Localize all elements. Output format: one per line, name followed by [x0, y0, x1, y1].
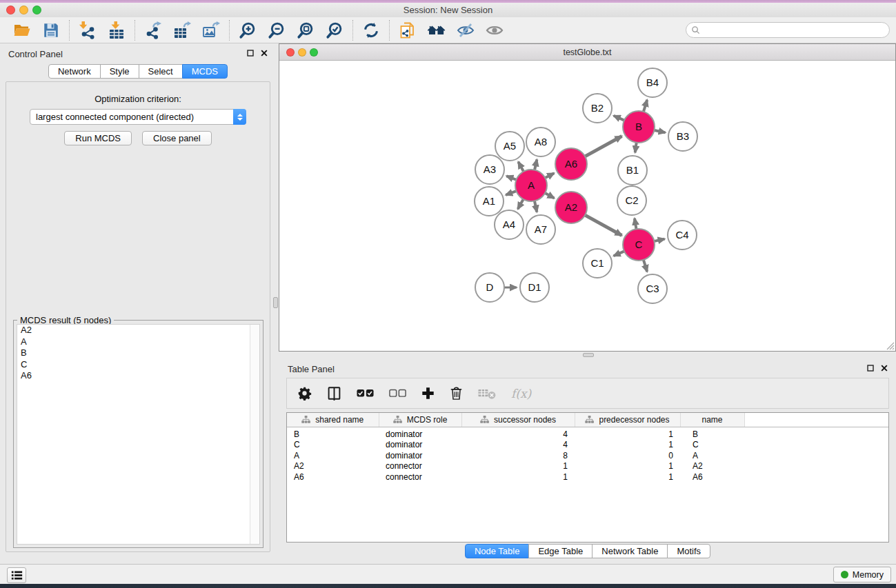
table-cell[interactable]: connector — [379, 461, 461, 472]
show-panels-button[interactable] — [7, 567, 26, 583]
tab-motifs[interactable]: Motifs — [667, 544, 710, 558]
network-zoom-button[interactable] — [310, 48, 318, 57]
deselect-all-icon[interactable] — [389, 389, 406, 398]
column-header-predecessor-nodes[interactable]: predecessor nodes — [575, 413, 680, 427]
tab-select[interactable]: Select — [139, 64, 183, 79]
table-cell[interactable]: B — [287, 427, 379, 440]
table-cell[interactable]: 1 — [575, 440, 680, 451]
table-cell[interactable]: A6 — [287, 472, 379, 483]
tab-network-table[interactable]: Network Table — [592, 544, 668, 558]
edge-A6-B[interactable] — [584, 136, 621, 157]
network-close-button[interactable] — [286, 48, 295, 57]
vertical-splitter-handle[interactable] — [273, 297, 278, 308]
column-header-mcds-role[interactable]: MCDS role — [379, 413, 461, 427]
table-row[interactable]: A6connector11A6 — [287, 472, 888, 483]
result-list-item[interactable]: C — [17, 359, 259, 371]
table-cell[interactable]: 4 — [461, 427, 575, 440]
memory-button[interactable]: Memory — [833, 567, 891, 582]
graph-node-B3[interactable]: B3 — [668, 122, 697, 151]
graph-node-B[interactable]: B — [623, 111, 655, 143]
refresh-icon[interactable] — [362, 21, 380, 39]
graph-node-A8[interactable]: A8 — [526, 128, 555, 156]
criterion-dropdown[interactable]: largest connected component (directed) — [30, 109, 246, 125]
zoom-selected-icon[interactable] — [326, 21, 344, 39]
hide-graphics-details-icon[interactable] — [457, 21, 475, 39]
zoom-in-icon[interactable] — [239, 21, 257, 39]
graph-node-C1[interactable]: C1 — [583, 249, 612, 278]
table-cell[interactable]: A — [287, 451, 379, 462]
export-image-icon[interactable] — [202, 21, 220, 39]
graph-node-A4[interactable]: A4 — [495, 210, 524, 239]
float-table-panel-icon[interactable] — [867, 365, 874, 372]
table-cell[interactable]: A — [680, 451, 744, 462]
graph-node-A6[interactable]: A6 — [555, 148, 587, 180]
search-input[interactable] — [703, 23, 889, 37]
table-cell[interactable]: A6 — [680, 472, 744, 483]
tab-mcds[interactable]: MCDS — [182, 64, 228, 79]
network-canvas[interactable]: B4B2BB3A5A8A6B1A3AA1C2A2A4A7C4CC1C3DD1 — [279, 61, 895, 351]
split-panel-icon[interactable] — [327, 386, 341, 401]
float-panel-icon[interactable] — [247, 50, 254, 57]
table-cell[interactable]: 1 — [461, 472, 575, 483]
graph-node-B2[interactable]: B2 — [583, 94, 612, 123]
result-list-item[interactable]: A2 — [17, 325, 259, 336]
table-cell[interactable]: 8 — [461, 451, 575, 462]
horizontal-splitter-handle[interactable] — [583, 353, 594, 357]
open-session-icon[interactable] — [13, 21, 31, 39]
show-graphics-details-icon[interactable] — [486, 21, 504, 39]
close-panel-icon[interactable] — [261, 50, 268, 57]
tab-style[interactable]: Style — [100, 64, 139, 79]
graph-node-C2[interactable]: C2 — [617, 186, 646, 215]
tab-node-table[interactable]: Node Table — [465, 544, 530, 558]
graph-node-D[interactable]: D — [475, 273, 504, 302]
table-cell[interactable]: dominator — [379, 440, 461, 451]
result-scrollbar[interactable] — [250, 325, 259, 544]
select-all-icon[interactable] — [357, 389, 374, 398]
zoom-fit-icon[interactable] — [297, 21, 315, 39]
home-icon[interactable] — [428, 21, 446, 39]
run-mcds-button[interactable]: Run MCDS — [64, 131, 132, 145]
export-network-icon[interactable] — [144, 21, 162, 39]
table-cell[interactable]: A2 — [287, 461, 379, 472]
table-row[interactable]: Cdominator41C — [287, 440, 888, 451]
tab-edge-table[interactable]: Edge Table — [528, 544, 593, 558]
network-graph[interactable]: B4B2BB3A5A8A6B1A3AA1C2A2A4A7C4CC1C3DD1 — [279, 61, 895, 351]
network-minimize-button[interactable] — [298, 48, 306, 57]
close-panel-button[interactable]: Close panel — [142, 131, 212, 145]
graph-node-B4[interactable]: B4 — [638, 68, 667, 97]
graph-node-A[interactable]: A — [515, 170, 547, 201]
tab-network[interactable]: Network — [48, 64, 101, 79]
graph-node-B1[interactable]: B1 — [618, 156, 647, 185]
close-window-button[interactable] — [6, 6, 15, 14]
column-header-successor-nodes[interactable]: successor nodes — [461, 413, 575, 427]
column-header-shared-name[interactable]: shared name — [287, 413, 379, 427]
table-cell[interactable]: B — [680, 427, 744, 440]
graph-node-A3[interactable]: A3 — [475, 155, 504, 184]
table-cell[interactable]: A2 — [680, 461, 744, 472]
table-cell[interactable]: 1 — [461, 461, 575, 472]
table-cell[interactable]: 1 — [575, 472, 680, 483]
export-table-icon[interactable] — [173, 21, 191, 39]
table-cell[interactable]: C — [680, 440, 744, 451]
result-list-item[interactable]: A6 — [17, 370, 259, 382]
graph-node-A1[interactable]: A1 — [475, 187, 504, 216]
clone-network-icon[interactable] — [399, 21, 417, 39]
table-cell[interactable]: 0 — [575, 451, 680, 462]
zoom-out-icon[interactable] — [268, 21, 286, 39]
column-header-name[interactable]: name — [680, 413, 744, 427]
zoom-window-button[interactable] — [32, 6, 41, 14]
graph-node-C4[interactable]: C4 — [668, 221, 697, 250]
table-cell[interactable]: C — [287, 440, 379, 451]
resize-grip-icon[interactable] — [885, 341, 895, 350]
table-row[interactable]: A2connector11A2 — [287, 461, 888, 472]
table-cell[interactable]: dominator — [379, 451, 461, 462]
graph-node-A7[interactable]: A7 — [526, 215, 555, 244]
gear-icon[interactable] — [297, 386, 312, 401]
graph-node-D1[interactable]: D1 — [520, 273, 549, 302]
table-cell[interactable]: connector — [379, 472, 461, 483]
import-table-icon[interactable] — [108, 21, 126, 39]
table-row[interactable]: Adominator80A — [287, 451, 888, 462]
save-session-icon[interactable] — [42, 21, 60, 39]
table-row[interactable]: Bdominator41B — [287, 427, 888, 440]
table-cell[interactable]: 1 — [575, 461, 680, 472]
